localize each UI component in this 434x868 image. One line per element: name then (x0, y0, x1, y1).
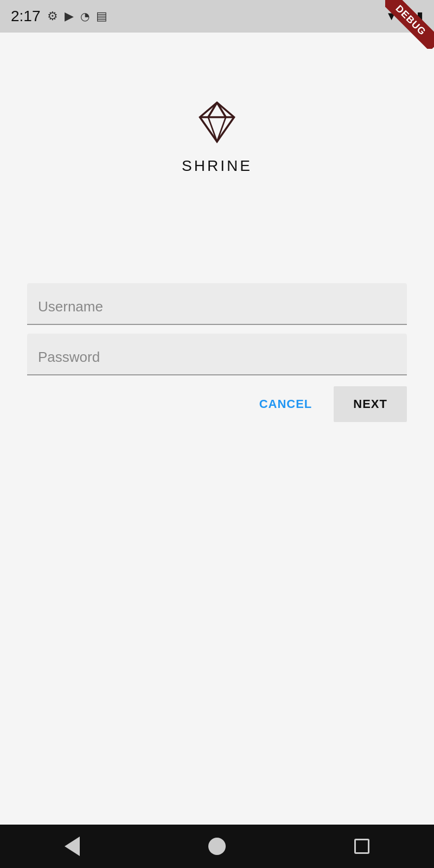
diamond-icon (193, 98, 241, 146)
debug-label: DEBUG (385, 0, 434, 49)
next-button[interactable]: NEXT (334, 386, 407, 422)
status-bar: 2:17 ⚙ ▶ ◔ ▤ ▼ ▐ ▮ (0, 0, 434, 33)
username-input[interactable] (27, 283, 407, 325)
buttons-area: CANCEL NEXT (27, 386, 407, 422)
play-icon: ▶ (65, 9, 74, 23)
home-icon (208, 838, 226, 855)
back-icon (65, 837, 80, 856)
status-time: 2:17 (11, 8, 41, 25)
svg-marker-0 (200, 103, 234, 142)
main-content: SHRINE CANCEL NEXT (0, 33, 434, 825)
sim-icon: ▤ (96, 9, 107, 23)
at-icon: ◔ (80, 10, 90, 23)
debug-banner: DEBUG (385, 0, 434, 49)
recent-icon (354, 839, 369, 854)
password-container (27, 334, 407, 375)
form-area: CANCEL NEXT (27, 283, 407, 422)
home-button[interactable] (208, 838, 226, 855)
app-title: SHRINE (182, 157, 252, 175)
username-container (27, 283, 407, 325)
status-bar-left: 2:17 ⚙ ▶ ◔ ▤ (11, 8, 107, 25)
cancel-button[interactable]: CANCEL (246, 386, 326, 422)
gear-icon: ⚙ (47, 9, 58, 23)
back-button[interactable] (65, 837, 80, 856)
nav-bar (0, 825, 434, 868)
logo-area: SHRINE (182, 98, 252, 175)
recent-button[interactable] (354, 839, 369, 854)
password-input[interactable] (27, 334, 407, 375)
